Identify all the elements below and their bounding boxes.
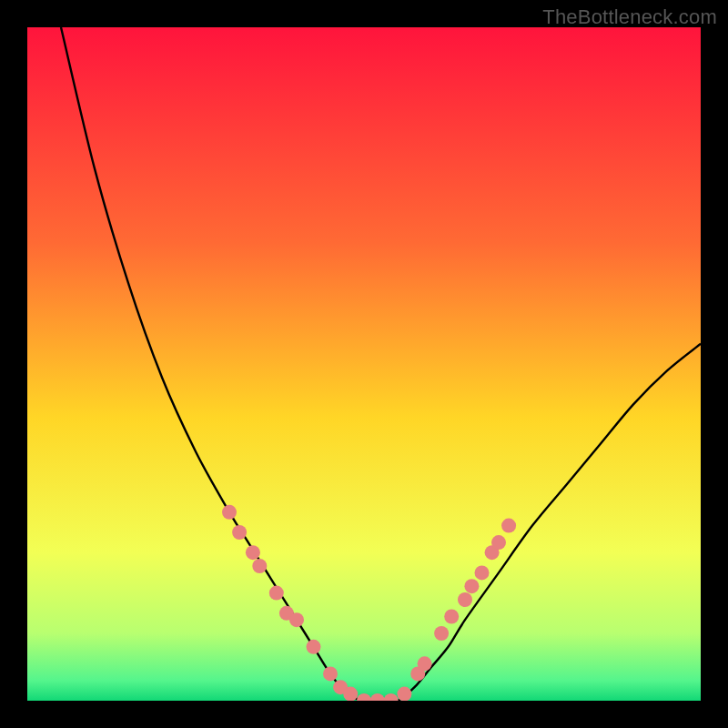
data-marker (343, 687, 358, 701)
data-marker (501, 519, 516, 533)
data-marker (397, 687, 411, 701)
data-marker (475, 565, 490, 580)
curve-path (61, 27, 701, 701)
data-marker (418, 656, 432, 671)
data-marker (269, 586, 284, 601)
data-marker (434, 626, 449, 641)
marker-group (222, 505, 516, 701)
data-marker (357, 693, 371, 701)
data-marker (252, 559, 267, 573)
data-marker (232, 525, 247, 540)
data-marker (370, 693, 385, 701)
data-marker (289, 612, 304, 627)
plot-area (27, 27, 701, 701)
watermark-text: TheBottleneck.com (542, 5, 717, 29)
chart-frame: TheBottleneck.com (0, 0, 728, 728)
data-marker (464, 579, 479, 593)
data-marker (458, 592, 472, 607)
data-marker (307, 640, 321, 654)
data-marker (491, 535, 506, 550)
data-marker (384, 693, 399, 701)
data-marker (246, 545, 260, 560)
data-marker (323, 666, 338, 681)
chart-svg (27, 27, 701, 701)
data-marker (222, 505, 237, 520)
data-marker (444, 610, 459, 624)
